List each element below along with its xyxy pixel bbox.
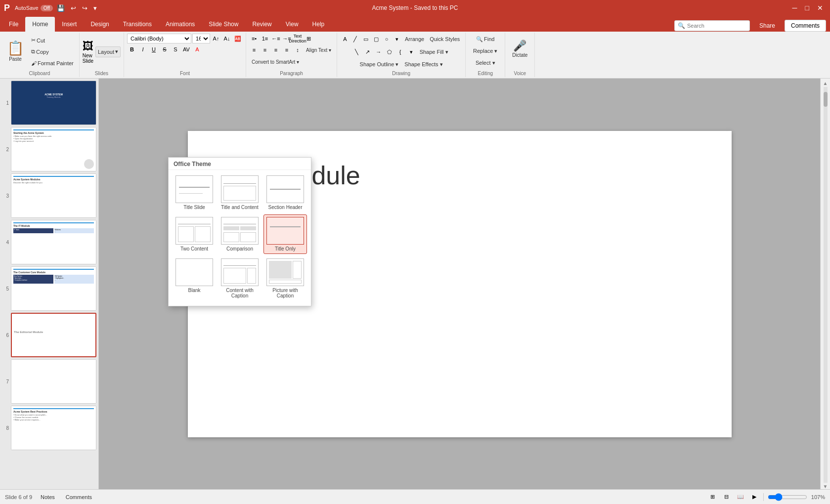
tab-file[interactable]: File: [2, 17, 25, 32]
tab-transitions[interactable]: Transitions: [116, 17, 159, 32]
numbering-button[interactable]: 1≡: [260, 34, 270, 43]
slides-scroll[interactable]: 1 ACME SYSTEM Training Module 2 Starting…: [2, 81, 96, 487]
reading-view-button[interactable]: 📖: [736, 492, 745, 502]
undo-button[interactable]: ↩: [69, 3, 78, 13]
align-left-button[interactable]: ≡: [249, 45, 259, 55]
maximize-button[interactable]: □: [802, 3, 812, 13]
font-size-select[interactable]: 16: [192, 34, 210, 43]
layout-item-section-header[interactable]: Section Header: [263, 173, 307, 212]
columns-button[interactable]: ⊞: [304, 34, 313, 43]
tab-view[interactable]: View: [279, 17, 306, 32]
shape-arrow[interactable]: →: [374, 47, 384, 57]
font-family-select[interactable]: Calibri (Body): [127, 34, 191, 43]
slide-thumb-6[interactable]: The Editorial Module: [11, 313, 96, 357]
slide-item-6[interactable]: 6 The Editorial Module: [2, 313, 96, 357]
shape-more[interactable]: ▾: [392, 34, 402, 44]
shape-connector[interactable]: ↗: [363, 47, 373, 57]
align-text-button[interactable]: Align Text ▾: [304, 44, 334, 55]
layout-item-two-content[interactable]: Two Content: [173, 214, 216, 254]
char-spacing-button[interactable]: AV: [181, 44, 191, 54]
autosave-toggle[interactable]: Off: [41, 5, 53, 11]
layout-item-title-content[interactable]: Title and Content: [218, 173, 262, 212]
decrease-indent-button[interactable]: ←≡: [271, 34, 281, 43]
tab-review[interactable]: Review: [245, 17, 278, 32]
shape-outline-button[interactable]: Shape Outline ▾: [357, 59, 401, 70]
normal-view-button[interactable]: ⊞: [708, 492, 718, 502]
bullets-button[interactable]: ≡•: [249, 34, 259, 43]
shape-more-3[interactable]: ▾: [406, 47, 416, 57]
slide-item-4[interactable]: 4 The IT Module IT Tasks... Solutions...: [2, 220, 96, 264]
clear-format-button[interactable]: 🆎: [233, 34, 243, 43]
shadow-button[interactable]: S: [171, 44, 180, 54]
layout-item-picture-caption[interactable]: Picture with Caption: [263, 256, 307, 301]
save-button[interactable]: 💾: [55, 3, 67, 13]
font-color-button[interactable]: A: [192, 44, 202, 54]
customize-qa-button[interactable]: ▾: [91, 3, 99, 13]
underline-button[interactable]: U: [149, 44, 159, 54]
paste-button[interactable]: 📋 Paste: [3, 34, 28, 68]
layout-button[interactable]: Layout ▾: [95, 46, 121, 57]
zoom-slider[interactable]: [768, 493, 807, 501]
shape-ellipse[interactable]: ○: [382, 34, 392, 44]
shape-text-box[interactable]: A: [340, 34, 350, 44]
share-button[interactable]: Share: [753, 20, 782, 32]
new-slide-button[interactable]: 🖼 NewSlide: [83, 40, 93, 64]
convert-smartart-button[interactable]: Convert to SmartArt ▾: [249, 56, 302, 67]
scroll-down-button[interactable]: ▼: [823, 484, 828, 489]
slide-item-1[interactable]: 1 ACME SYSTEM Training Module: [2, 81, 96, 125]
ribbon-search-box[interactable]: 🔍: [674, 20, 750, 31]
slide-item-7[interactable]: 7: [2, 359, 96, 404]
tab-help[interactable]: Help: [306, 17, 332, 32]
layout-item-title-slide[interactable]: Title Slide: [173, 173, 216, 212]
slide-thumb-8[interactable]: Acme System Best Practices • Know what y…: [11, 406, 96, 450]
justify-button[interactable]: ≡: [282, 45, 292, 55]
slide-thumb-4[interactable]: The IT Module IT Tasks... Solutions...: [11, 220, 96, 264]
bold-button[interactable]: B: [127, 44, 137, 54]
minimize-button[interactable]: ─: [789, 3, 800, 13]
replace-button[interactable]: Replace ▾: [471, 45, 500, 56]
comments-status-button[interactable]: Comments: [63, 492, 94, 503]
text-direction-button[interactable]: Text Direction: [293, 34, 303, 43]
slide-item-3[interactable]: 3 Acme System Modules Discover the right…: [2, 173, 96, 218]
quick-styles-button[interactable]: Quick Styles: [427, 34, 462, 44]
shape-fill-button[interactable]: Shape Fill ▾: [417, 46, 451, 57]
slide-thumb-3[interactable]: Acme System Modules Discover the right m…: [11, 173, 96, 218]
align-center-button[interactable]: ≡: [260, 45, 270, 55]
slide-thumb-5[interactable]: The Customer Care Module New System• Aut…: [11, 266, 96, 311]
tab-home[interactable]: Home: [25, 17, 55, 32]
slide-item-5[interactable]: 5 The Customer Care Module New System• A…: [2, 266, 96, 311]
slide-thumb-7[interactable]: [11, 359, 96, 404]
shape-effects-button[interactable]: Shape Effects ▾: [402, 59, 445, 70]
notes-button[interactable]: Notes: [38, 492, 57, 503]
tab-animations[interactable]: Animations: [159, 17, 202, 32]
scroll-up-button[interactable]: ▲: [823, 81, 828, 86]
close-button[interactable]: ✕: [814, 3, 826, 13]
tab-slideshow[interactable]: Slide Show: [202, 17, 245, 32]
decrease-font-button[interactable]: A↓: [222, 34, 232, 43]
slide-thumb-2[interactable]: Starting the Acme System • Make sure you…: [11, 127, 96, 171]
redo-button[interactable]: ↪: [80, 3, 89, 13]
slideshow-view-button[interactable]: ▶: [749, 492, 759, 502]
dictate-button[interactable]: 🎤 Dictate: [509, 34, 531, 63]
shape-line[interactable]: ╱: [350, 34, 360, 44]
select-button[interactable]: Select ▾: [473, 57, 498, 68]
shape-eq[interactable]: ⬠: [385, 47, 394, 57]
shape-more-2[interactable]: ╲: [352, 47, 362, 57]
cut-button[interactable]: ✂ Cut: [29, 35, 76, 46]
arrange-button[interactable]: Arrange: [402, 34, 427, 44]
italic-button[interactable]: I: [138, 44, 148, 54]
search-input[interactable]: [687, 23, 746, 29]
line-spacing-button[interactable]: ↕: [293, 45, 303, 55]
format-painter-button[interactable]: 🖌 Format Painter: [29, 58, 76, 69]
tab-design[interactable]: Design: [84, 17, 116, 32]
align-right-button[interactable]: ≡: [271, 45, 281, 55]
layout-item-content-caption[interactable]: Content with Caption: [218, 256, 262, 301]
slide-thumb-1[interactable]: ACME SYSTEM Training Module: [11, 81, 96, 125]
copy-button[interactable]: ⧉ Copy: [29, 46, 76, 57]
layout-item-comparison[interactable]: Comparison: [218, 214, 262, 254]
layout-item-title-only[interactable]: Title Only: [263, 214, 307, 254]
slide-sorter-button[interactable]: ⊟: [722, 492, 732, 502]
strikethrough-button[interactable]: S: [160, 44, 170, 54]
slide-item-8[interactable]: 8 Acme System Best Practices • Know what…: [2, 406, 96, 450]
shape-rect[interactable]: ▭: [361, 34, 371, 44]
